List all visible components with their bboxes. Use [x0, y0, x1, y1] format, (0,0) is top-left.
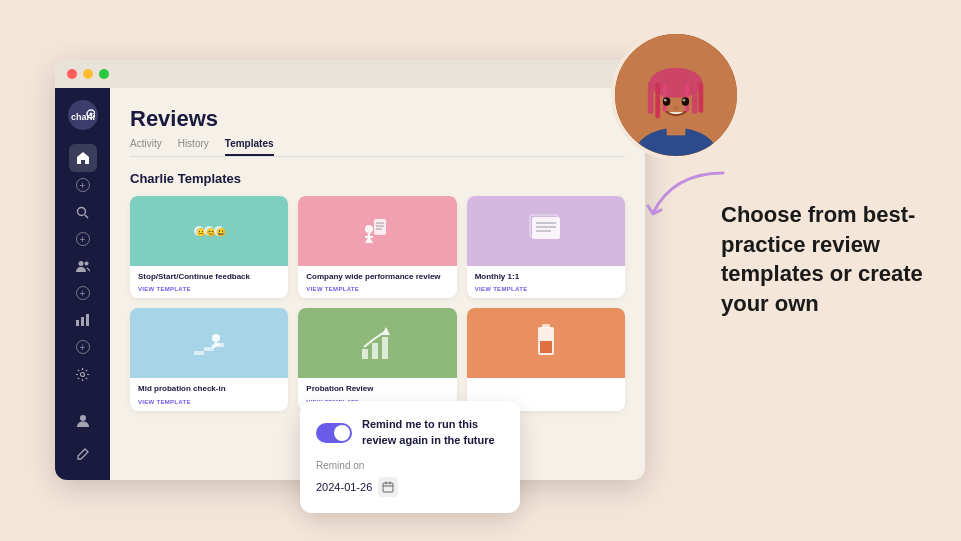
traffic-light-yellow[interactable]	[83, 69, 93, 79]
card-body-2: Company wide performance review VIEW TEM…	[298, 266, 456, 298]
sidebar-plus-4[interactable]: +	[76, 340, 90, 354]
template-card-5[interactable]: Probation Review VIEW TEMPLATE	[298, 308, 456, 410]
view-template-btn-2[interactable]: VIEW TEMPLATE	[306, 286, 448, 292]
card-name-3: Monthly 1:1	[475, 272, 617, 282]
svg-point-3	[78, 207, 86, 215]
svg-point-61	[682, 97, 690, 105]
svg-rect-27	[532, 217, 560, 239]
svg-rect-56	[692, 81, 698, 114]
card-body-1: Stop/Start/Continue feedback VIEW TEMPLA…	[130, 266, 288, 298]
card-header-1: 😐 😊 😃	[130, 196, 288, 266]
sidebar: charlie + +	[55, 88, 110, 480]
svg-rect-32	[194, 351, 204, 355]
svg-rect-57	[699, 83, 704, 113]
template-card-4[interactable]: Mid probation check-in VIEW TEMPLATE	[130, 308, 288, 410]
right-text-container: Choose from best-practice review templat…	[721, 200, 931, 319]
traffic-light-red[interactable]	[67, 69, 77, 79]
date-value[interactable]: 2024-01-26	[316, 481, 372, 493]
card-name-4: Mid probation check-in	[138, 384, 280, 394]
sidebar-search-icon[interactable]	[69, 198, 97, 226]
card-header-2	[298, 196, 456, 266]
arrow-decoration	[643, 168, 733, 228]
svg-point-6	[84, 262, 88, 266]
svg-point-10	[81, 372, 85, 376]
sidebar-people-icon[interactable]	[69, 252, 97, 280]
scene: charlie + +	[0, 0, 961, 541]
popup-header: Remind me to run this review again in th…	[316, 417, 504, 448]
card-header-3	[467, 196, 625, 266]
tab-activity[interactable]: Activity	[130, 138, 162, 156]
svg-rect-9	[86, 314, 89, 326]
template-card-3[interactable]: Monthly 1:1 VIEW TEMPLATE	[467, 196, 625, 298]
svg-rect-18	[374, 219, 386, 235]
browser-titlebar	[55, 60, 645, 88]
popup-card: Remind me to run this review again in th…	[300, 401, 520, 513]
svg-rect-38	[362, 349, 368, 359]
svg-line-4	[85, 215, 88, 218]
sidebar-edit-icon[interactable]	[69, 440, 97, 468]
templates-grid: 😐 😊 😃 Stop/Start/Continue feedback VIEW …	[130, 196, 625, 411]
svg-point-5	[78, 261, 83, 266]
sidebar-bottom	[69, 406, 97, 468]
calendar-icon[interactable]	[378, 477, 398, 497]
date-input-row: 2024-01-26	[316, 477, 504, 497]
toggle-switch[interactable]	[316, 423, 352, 443]
view-template-btn-3[interactable]: VIEW TEMPLATE	[475, 286, 617, 292]
svg-text:😃: 😃	[216, 227, 226, 237]
popup-title: Remind me to run this review again in th…	[362, 417, 504, 448]
svg-point-60	[663, 97, 671, 105]
avatar	[611, 30, 741, 160]
card-body-4: Mid probation check-in VIEW TEMPLATE	[130, 378, 288, 410]
remind-on-label: Remind on	[316, 460, 504, 471]
sidebar-plus-3[interactable]: +	[76, 286, 90, 300]
sidebar-chart-icon[interactable]	[69, 306, 97, 334]
card-header-6	[467, 308, 625, 378]
svg-rect-33	[204, 347, 214, 351]
svg-point-35	[212, 334, 220, 342]
toggle-knob	[334, 425, 350, 441]
card-name-2: Company wide performance review	[306, 272, 448, 282]
traffic-light-green[interactable]	[99, 69, 109, 79]
card-name-1: Stop/Start/Continue feedback	[138, 272, 280, 282]
svg-rect-8	[81, 317, 84, 326]
svg-rect-40	[382, 337, 388, 359]
svg-rect-43	[542, 324, 550, 328]
tab-history[interactable]: History	[178, 138, 209, 156]
sidebar-home-icon[interactable]	[69, 144, 97, 172]
view-template-btn-4[interactable]: VIEW TEMPLATE	[138, 399, 280, 405]
svg-point-22	[365, 225, 373, 233]
svg-point-62	[664, 99, 667, 102]
tabs: Activity History Templates	[130, 138, 625, 157]
template-card-6[interactable]	[467, 308, 625, 410]
svg-rect-7	[76, 320, 79, 326]
svg-rect-44	[540, 341, 552, 353]
right-text: Choose from best-practice review templat…	[721, 200, 931, 319]
template-card-2[interactable]: Company wide performance review VIEW TEM…	[298, 196, 456, 298]
svg-rect-55	[655, 83, 660, 119]
svg-rect-54	[648, 81, 654, 114]
svg-marker-41	[382, 327, 390, 335]
svg-point-64	[673, 106, 679, 110]
card-body-6	[467, 378, 625, 394]
sidebar-user-icon[interactable]	[69, 406, 97, 434]
section-title: Charlie Templates	[130, 171, 625, 186]
view-template-btn-1[interactable]: VIEW TEMPLATE	[138, 286, 280, 292]
card-name-5: Probation Review	[306, 384, 448, 394]
svg-rect-45	[383, 483, 393, 492]
sidebar-gear-icon[interactable]	[69, 360, 97, 388]
card-header-4	[130, 308, 288, 378]
sidebar-logo: charlie	[68, 100, 98, 130]
card-body-3: Monthly 1:1 VIEW TEMPLATE	[467, 266, 625, 298]
card-header-5	[298, 308, 456, 378]
svg-rect-39	[372, 343, 378, 359]
svg-point-63	[683, 99, 686, 102]
tab-templates[interactable]: Templates	[225, 138, 274, 156]
sidebar-plus-1[interactable]: +	[76, 178, 90, 192]
svg-point-11	[80, 415, 86, 421]
template-card-1[interactable]: 😐 😊 😃 Stop/Start/Continue feedback VIEW …	[130, 196, 288, 298]
sidebar-plus-2[interactable]: +	[76, 232, 90, 246]
page-title: Reviews	[130, 106, 625, 132]
svg-point-2	[89, 113, 92, 116]
